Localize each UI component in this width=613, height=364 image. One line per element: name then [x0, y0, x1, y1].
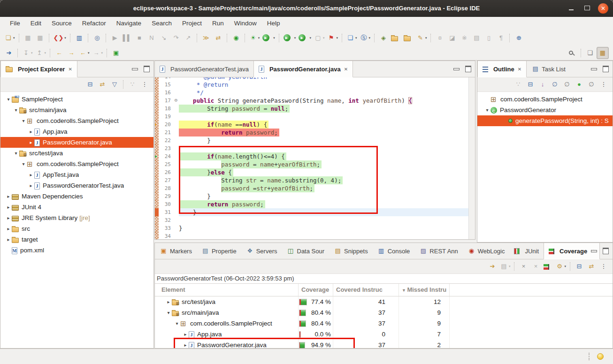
- sort-button[interactable]: ↓: [537, 79, 548, 90]
- next-annotation-button[interactable]: ↧▾: [21, 47, 34, 59]
- code-line-18[interactable]: 18 String password = null;: [155, 105, 475, 113]
- new-wizard-button[interactable]: ❏▾: [3, 32, 16, 44]
- tree-item-passwordgenerator[interactable]: ▾PasswordGenerator: [477, 105, 613, 115]
- tab-servers[interactable]: ❖Servers: [241, 243, 282, 259]
- run-button[interactable]: ▾: [261, 32, 276, 44]
- expand-arrow-icon[interactable]: ▾: [165, 310, 172, 315]
- tree-item-apptest-java[interactable]: ▸AppTest.java: [0, 169, 153, 180]
- tab-rest-ann[interactable]: ▨REST Ann: [414, 243, 462, 259]
- tree-item-src-test-java[interactable]: ▾src/test/java: [0, 148, 153, 159]
- templates-button[interactable]: ▤: [471, 32, 482, 44]
- code-line-22[interactable]: 22 }: [155, 136, 475, 144]
- code-line-28[interactable]: 28 password =str+yearOfBirth;: [155, 184, 475, 192]
- tree-item-jre-system-library[interactable]: ▸JRE System Library[jre]: [0, 212, 153, 223]
- view-menu-button[interactable]: ⋮: [598, 261, 609, 272]
- previous-annotation-button[interactable]: ↥▾: [35, 47, 47, 59]
- tree-item-src-main-java[interactable]: ▾src/main/java: [0, 105, 153, 115]
- remove-session-button[interactable]: ×: [518, 261, 529, 272]
- link-with-editor-button[interactable]: ⇄: [97, 79, 108, 90]
- close-icon[interactable]: ✕: [344, 67, 348, 72]
- code-line-25[interactable]: 25 password = name+yearOfBirth;: [155, 160, 475, 168]
- code-line-29[interactable]: 29 }: [155, 192, 475, 200]
- link-with-editor-button[interactable]: ⇄: [586, 261, 597, 272]
- code-line-32[interactable]: 32: [155, 216, 475, 224]
- profile-button[interactable]: ▾: [298, 32, 312, 44]
- tab-project-explorer[interactable]: Project Explorer ✕: [0, 61, 77, 77]
- show-whitespace-button[interactable]: ¶: [495, 32, 506, 44]
- debug-attach-button[interactable]: ❮❯▾: [53, 32, 67, 44]
- open-perspective-button[interactable]: ❏: [584, 47, 596, 59]
- open-browser-button[interactable]: ⊕: [513, 32, 524, 44]
- tab-passwordgenerator-java[interactable]: PasswordGenerator.java✕: [253, 61, 353, 77]
- coverage-row-passwordgenerator-java[interactable]: ▸PasswordGenerator.java94.9 %372: [155, 340, 613, 349]
- export-folder-button[interactable]: [403, 32, 414, 44]
- code-line-14[interactable]: 14 * @param yearOfBirth: [155, 77, 475, 81]
- hide-static-members-button[interactable]: ∅: [561, 79, 573, 90]
- expand-arrow-icon[interactable]: ▸: [28, 129, 34, 134]
- step-into-button[interactable]: ↘: [158, 32, 169, 44]
- expand-arrow-icon[interactable]: ▸: [5, 226, 12, 231]
- close-icon[interactable]: ✕: [68, 67, 72, 72]
- expand-arrow-icon[interactable]: ▸: [5, 237, 12, 242]
- code-line-21[interactable]: 21 return password;: [155, 129, 475, 136]
- tab-junit[interactable]: JUnit: [509, 243, 544, 259]
- menu-run[interactable]: Run: [207, 17, 229, 30]
- tree-item-generatepassword-string-int-s[interactable]: generatePassword(String, int) : S: [477, 115, 613, 126]
- expand-arrow-icon[interactable]: ▾: [5, 97, 12, 102]
- tree-item-src[interactable]: ▸src: [0, 223, 153, 234]
- expand-arrow-icon[interactable]: ▸: [5, 194, 12, 199]
- menu-project[interactable]: Project: [177, 17, 207, 30]
- disconnect-button[interactable]: N: [146, 32, 157, 44]
- filter-button[interactable]: ▽: [109, 79, 120, 90]
- coverage-session-button[interactable]: [542, 261, 553, 272]
- plugin-button[interactable]: ¤: [434, 32, 445, 44]
- debug-goto-button[interactable]: ⇄: [213, 32, 224, 44]
- expand-arrow-icon[interactable]: ▾: [13, 107, 19, 113]
- dump-execution-data-button[interactable]: ▤▾: [499, 261, 512, 272]
- tree-item-target[interactable]: ▸target: [0, 234, 153, 245]
- hide-non-public-button[interactable]: ●: [574, 79, 585, 90]
- java-ee-tools-button[interactable]: ◈: [378, 32, 389, 44]
- coverage-row-src-test-java[interactable]: ▸src/test/java77.4 %4112: [155, 296, 613, 307]
- code-line-26[interactable]: 26 }else {: [155, 168, 475, 176]
- tree-item-pom-xml[interactable]: pom.xml: [0, 245, 153, 256]
- suspend-button[interactable]: ▌▌: [122, 32, 133, 44]
- fold-collapse-icon[interactable]: ⊖: [173, 97, 179, 105]
- import-folder-button[interactable]: [390, 32, 402, 44]
- code-line-34[interactable]: 34: [155, 232, 475, 240]
- determine-active-session-button[interactable]: ➔: [487, 261, 498, 272]
- tab-propertie[interactable]: ▤Propertie: [197, 243, 241, 259]
- code-line-27[interactable]: 27 String str = name.substring(0, 4);: [155, 176, 475, 184]
- hide-local-types-button[interactable]: ∅: [586, 79, 597, 90]
- code-line-31[interactable]: 31 }: [155, 208, 475, 216]
- view-menu-button[interactable]: ⋮: [139, 79, 150, 90]
- tab-data-sour[interactable]: ◫Data Sour: [282, 243, 329, 259]
- coverage-row-src-main-java[interactable]: ▾src/main/java80.4 %379: [155, 307, 613, 318]
- code-line-23[interactable]: 23: [155, 144, 475, 152]
- tree-item-junit-4[interactable]: ▸JUnit 4: [0, 202, 153, 212]
- terminate-button[interactable]: ■: [134, 32, 145, 44]
- tree-item-passwordgeneratortest-java[interactable]: ▸PasswordGeneratorTest.java: [0, 180, 153, 191]
- remove-all-sessions-button[interactable]: ×: [530, 261, 541, 272]
- overview-ruler[interactable]: [468, 77, 475, 240]
- run-history-button[interactable]: ▾: [283, 32, 297, 44]
- mark-occurrences-button[interactable]: ✎▾: [415, 32, 428, 44]
- resume-button[interactable]: ▶: [109, 32, 121, 44]
- maximize-view-icon[interactable]: [144, 66, 150, 72]
- hide-fields-button[interactable]: ∅: [549, 79, 560, 90]
- code-line-19[interactable]: 19: [155, 113, 475, 121]
- tab-task-list[interactable]: ▤Task List: [527, 61, 570, 77]
- expand-arrow-icon[interactable]: ▸: [182, 342, 189, 348]
- preview-button[interactable]: ▯: [483, 32, 494, 44]
- tree-item-com-coderolls-sampleproject[interactable]: ▾com.coderolls.SampleProject: [0, 159, 153, 169]
- tab-passwordgeneratortest-java[interactable]: PasswordGeneratorTest.java: [155, 61, 253, 77]
- expand-arrow-icon[interactable]: ▸: [28, 183, 34, 188]
- maximize-view-icon[interactable]: [465, 66, 471, 72]
- tree-item-com-coderolls-sampleproject[interactable]: com.coderolls.SampleProject: [477, 94, 613, 105]
- menu-help[interactable]: Help: [262, 17, 285, 30]
- collapse-all-button[interactable]: ⊟: [525, 79, 536, 90]
- forward-button[interactable]: →▾: [92, 47, 104, 59]
- next-edit-location-button[interactable]: →: [66, 47, 77, 59]
- expand-arrow-icon[interactable]: ▾: [484, 107, 490, 113]
- save-all-button[interactable]: ▦: [35, 32, 46, 44]
